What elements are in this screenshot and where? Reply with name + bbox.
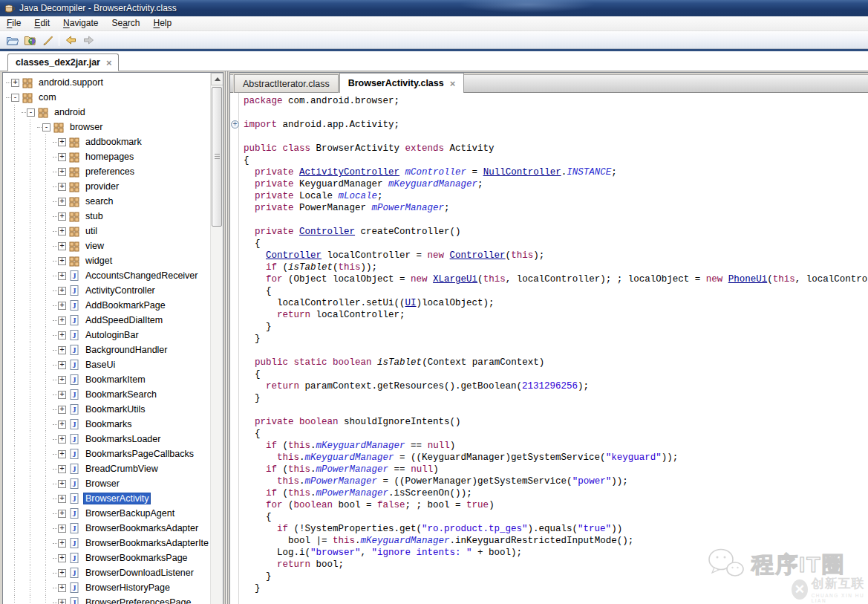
expand-icon[interactable]: + — [58, 376, 66, 384]
expand-icon[interactable]: + — [58, 168, 66, 176]
expand-icon[interactable]: + — [58, 480, 66, 488]
collapse-icon[interactable]: - — [27, 108, 35, 117]
tree-item-browserpreferencespage[interactable]: +JBrowserPreferencesPage — [3, 595, 210, 604]
fold-expand-icon[interactable]: + — [231, 120, 239, 129]
expand-icon[interactable]: + — [58, 599, 66, 604]
expand-icon[interactable]: + — [58, 539, 66, 548]
expand-icon[interactable]: + — [58, 183, 66, 191]
tree-item-bookmarks[interactable]: +JBookmarks — [3, 417, 210, 432]
menu-search[interactable]: Search — [105, 16, 146, 30]
expand-icon[interactable]: + — [58, 242, 66, 250]
open-type-button[interactable] — [21, 32, 39, 48]
type-link[interactable]: Controller — [450, 250, 506, 261]
expand-icon[interactable]: + — [58, 153, 66, 161]
expand-icon[interactable]: + — [58, 212, 66, 221]
tree-item-stub[interactable]: +stub — [3, 209, 210, 224]
expand-icon[interactable]: + — [58, 406, 66, 414]
expand-icon[interactable]: + — [58, 346, 66, 354]
tree-item-view[interactable]: +view — [3, 238, 210, 253]
type-link[interactable]: XLargeUi — [433, 274, 477, 285]
tree-item-android[interactable]: -android — [3, 105, 210, 120]
scrollbar-thumb[interactable] — [212, 87, 222, 227]
tree-item-browser[interactable]: +JBrowser — [3, 476, 210, 491]
expand-icon[interactable]: + — [58, 554, 66, 562]
type-link[interactable]: NullController — [483, 167, 561, 178]
tree-item-browserbackupagent[interactable]: +JBrowserBackupAgent — [3, 506, 210, 521]
tree-item-search[interactable]: +search — [3, 194, 210, 209]
tree-item-homepages[interactable]: +homepages — [3, 149, 210, 164]
menu-navigate[interactable]: Navigate — [56, 16, 105, 30]
expand-icon[interactable]: + — [11, 79, 19, 87]
tree-item-browserhistorypage[interactable]: +JBrowserHistoryPage — [3, 580, 210, 595]
tree-item-provider[interactable]: +provider — [3, 179, 210, 194]
tree-item-browserbookmarksadapterite[interactable]: +JBrowserBookmarksAdapterIte — [3, 536, 210, 551]
tree-item-browseractivity[interactable]: +JBrowserActivity — [3, 491, 210, 506]
menu-edit[interactable]: Edit — [27, 16, 56, 30]
tree-item-addspeeddialitem[interactable]: +JAddSpeedDialItem — [3, 313, 210, 328]
tree-item-bookmarkitem[interactable]: +JBookmarkItem — [3, 372, 210, 387]
tree-item-preferences[interactable]: +preferences — [3, 164, 210, 179]
type-link[interactable]: Controller — [299, 227, 355, 237]
expand-icon[interactable]: + — [58, 227, 66, 236]
tree-item-backgroundhandler[interactable]: +JBackgroundHandler — [3, 342, 210, 357]
tree-item-baseui[interactable]: +JBaseUi — [3, 357, 210, 372]
tree-connector — [53, 350, 57, 351]
menu-help[interactable]: Help — [146, 16, 178, 30]
type-link[interactable]: PhoneUi — [728, 274, 768, 285]
scroll-up-button[interactable] — [211, 73, 223, 85]
tree-item-widget[interactable]: +widget — [3, 253, 210, 268]
tree-item-autologinbar[interactable]: +JAutologinBar — [3, 328, 210, 342]
expand-icon[interactable]: + — [58, 316, 66, 325]
collapse-icon[interactable]: - — [11, 94, 19, 102]
tree-item-com[interactable]: -com — [3, 90, 210, 105]
expand-icon[interactable]: + — [58, 420, 66, 429]
expand-icon[interactable]: + — [58, 361, 66, 369]
close-icon[interactable]: × — [450, 79, 456, 88]
tree-item-breadcrumbview[interactable]: +JBreadCrumbView — [3, 461, 210, 476]
tree-item-bookmarksearch[interactable]: +JBookmarkSearch — [3, 387, 210, 402]
close-icon[interactable]: × — [106, 58, 112, 68]
tree-item-browser[interactable]: -browser — [3, 120, 210, 134]
tab-abstractiterator-class[interactable]: AbstractIterator.class — [234, 74, 339, 93]
expand-icon[interactable]: + — [58, 287, 66, 295]
tree-scrollbar[interactable] — [210, 73, 223, 604]
expand-icon[interactable]: + — [58, 450, 66, 458]
expand-icon[interactable]: + — [58, 331, 66, 340]
expand-icon[interactable]: + — [58, 569, 66, 577]
expand-icon[interactable]: + — [58, 198, 66, 206]
type-link[interactable]: Controller — [266, 250, 322, 261]
expand-icon[interactable]: + — [58, 138, 66, 146]
tab-browseractivity-class[interactable]: BrowserActivity.class× — [339, 73, 465, 93]
tab-classes-dex2jar[interactable]: classes_dex2jar.jar × — [7, 53, 119, 71]
tree-item-browserdownloadlistener[interactable]: +JBrowserDownloadListener — [3, 565, 210, 580]
menu-file[interactable]: File — [0, 16, 27, 30]
type-link[interactable]: ActivityController — [299, 167, 399, 178]
collapse-icon[interactable]: - — [42, 123, 50, 131]
tree-item-browserbookmarksadapter[interactable]: +JBrowserBookmarksAdapter — [3, 521, 210, 536]
tree-item-addbookmark[interactable]: +addbookmark — [3, 134, 210, 149]
panel-splitter[interactable] — [223, 71, 229, 604]
expand-icon[interactable]: + — [58, 272, 66, 280]
expand-icon[interactable]: + — [58, 391, 66, 399]
type-link[interactable]: UI — [405, 298, 417, 308]
tree-item-browserbookmarkspage[interactable]: +JBrowserBookmarksPage — [3, 551, 210, 565]
tree-item-bookmarksloader[interactable]: +JBookmarksLoader — [3, 432, 210, 446]
tree-item-accountschangedreceiver[interactable]: +JAccountsChangedReceiver — [3, 268, 210, 283]
expand-icon[interactable]: + — [58, 257, 66, 265]
expand-icon[interactable]: + — [58, 465, 66, 473]
search-button[interactable] — [39, 32, 56, 48]
open-file-button[interactable] — [3, 32, 21, 48]
expand-icon[interactable]: + — [58, 510, 66, 518]
expand-icon[interactable]: + — [58, 525, 66, 533]
expand-icon[interactable]: + — [58, 584, 66, 592]
tree-item-bookmarkutils[interactable]: +JBookmarkUtils — [3, 402, 210, 417]
back-button[interactable] — [62, 32, 79, 48]
tree-item-activitycontroller[interactable]: +JActivityController — [3, 283, 210, 298]
tree-item-android-support[interactable]: +android.support — [3, 75, 210, 90]
tree-item-bookmarkspagecallbacks[interactable]: +JBookmarksPageCallbacks — [3, 446, 210, 461]
tree-item-util[interactable]: +util — [3, 224, 210, 238]
expand-icon[interactable]: + — [58, 302, 66, 310]
expand-icon[interactable]: + — [58, 435, 66, 444]
expand-icon[interactable]: + — [58, 495, 66, 503]
tree-item-addbookmarkpage[interactable]: +JAddBookmarkPage — [3, 298, 210, 313]
